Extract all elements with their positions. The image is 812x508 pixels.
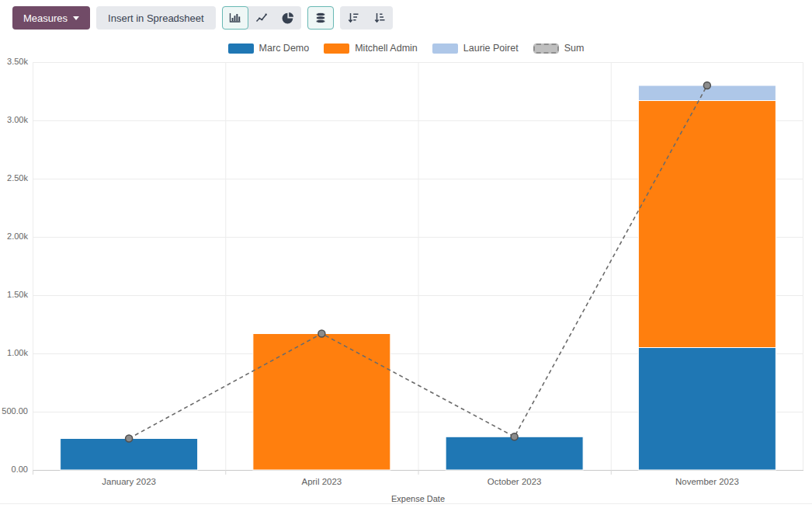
legend-swatch: [533, 43, 559, 54]
sum-point[interactable]: [511, 433, 518, 440]
y-tick-label: 1.00k: [0, 348, 28, 357]
bar-segment[interactable]: [638, 101, 776, 348]
chart-region: 0.00500.001.00k1.50k2.00k2.50k3.00k3.50k…: [0, 59, 812, 508]
x-tick-label: January 2023: [33, 477, 225, 486]
sort-group: [340, 6, 393, 30]
y-tick-label: 2.00k: [0, 231, 28, 241]
sort-descending-button[interactable]: [340, 6, 366, 30]
y-tick-label: 3.50k: [0, 57, 28, 66]
stacked-group: [307, 6, 334, 30]
x-tick-label: November 2023: [611, 477, 803, 486]
legend-label: Laurie Poiret: [463, 43, 519, 54]
stacked-database-icon: [314, 12, 327, 24]
chevron-down-icon: [73, 16, 79, 20]
y-tick-label: 2.50k: [0, 173, 28, 183]
sort-ascending-button[interactable]: [366, 6, 393, 30]
sort-descending-icon: [347, 12, 359, 24]
insert-in-spreadsheet-label: Insert in Spreadsheet: [108, 12, 204, 24]
bar-segment[interactable]: [638, 348, 776, 471]
x-axis-labels: January 2023April 2023October 2023Novemb…: [33, 477, 803, 486]
y-axis-labels: 0.00500.001.00k1.50k2.00k2.50k3.00k3.50k: [0, 59, 29, 478]
x-axis-title: Expense Date: [33, 494, 803, 503]
x-tick-label: October 2023: [418, 477, 611, 486]
chart-view: Measures Insert in Spreadsheet: [0, 0, 812, 508]
legend-label: Sum: [564, 43, 585, 54]
legend-swatch: [228, 43, 254, 54]
toolbar: Measures Insert in Spreadsheet: [0, 0, 812, 36]
sort-ascending-icon: [373, 12, 386, 24]
x-tick-label: April 2023: [225, 477, 418, 486]
y-tick-label: 3.00k: [0, 115, 28, 124]
legend-item-marc-demo[interactable]: Marc Demo: [228, 43, 310, 54]
bar-segment[interactable]: [253, 334, 390, 471]
footer-divider: [0, 503, 812, 504]
legend-item-sum[interactable]: Sum: [533, 43, 585, 54]
bar-segment[interactable]: [446, 437, 583, 470]
bar-chart-plot: [33, 62, 803, 477]
chart-type-group: [222, 6, 301, 30]
legend-swatch: [432, 43, 458, 54]
measures-button-label: Measures: [23, 12, 68, 24]
stacked-toggle-button[interactable]: [307, 6, 334, 30]
sum-point[interactable]: [318, 330, 325, 337]
insert-in-spreadsheet-button[interactable]: Insert in Spreadsheet: [96, 6, 216, 30]
measures-button[interactable]: Measures: [12, 6, 90, 30]
bar-segment[interactable]: [61, 439, 198, 471]
line-chart-icon: [255, 12, 268, 24]
legend-item-mitchell-admin[interactable]: Mitchell Admin: [324, 43, 418, 54]
y-tick-label: 500.00: [0, 406, 28, 416]
line-chart-button[interactable]: [248, 6, 275, 30]
legend-item-laurie-poiret[interactable]: Laurie Poiret: [432, 43, 519, 54]
pie-chart-icon: [282, 12, 294, 24]
bar-chart-icon: [229, 12, 241, 24]
legend-swatch: [324, 43, 349, 54]
legend-label: Mitchell Admin: [355, 43, 418, 54]
legend-label: Marc Demo: [259, 43, 310, 54]
y-tick-label: 1.50k: [0, 290, 28, 299]
bar-chart-button[interactable]: [222, 6, 248, 30]
sum-point[interactable]: [126, 435, 133, 442]
y-tick-label: 0.00: [0, 465, 28, 474]
pie-chart-button[interactable]: [275, 6, 301, 30]
legend: Marc DemoMitchell AdminLaurie PoiretSum: [0, 43, 812, 54]
sum-point[interactable]: [703, 82, 710, 89]
